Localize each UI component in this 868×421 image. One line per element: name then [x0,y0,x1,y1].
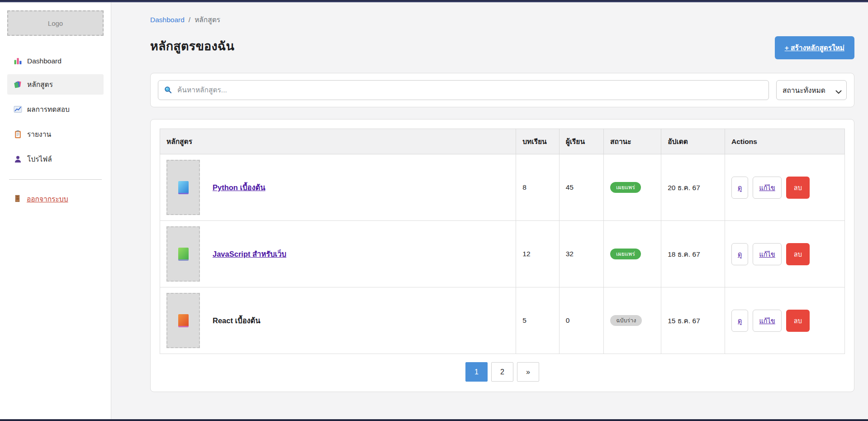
chart-up-icon [14,105,22,114]
course-cell: React เบื้องต้น [166,293,509,348]
course-cell: JavaScript สำหรับเว็บ [166,226,509,282]
blue-book-icon [178,181,189,194]
status-badge: เผยแพร่ [610,182,641,193]
actions-cell: ดู แก้ไข ลบ [731,177,838,199]
logo-text: Logo [48,19,63,27]
view-button[interactable]: ดู [731,243,748,265]
books-icon [14,80,22,89]
actions-cell: ดู แก้ไข ลบ [731,243,838,265]
clipboard-icon [14,130,22,139]
edit-button[interactable]: แก้ไข [753,177,781,199]
delete-button[interactable]: ลบ [786,243,810,265]
sidebar-item-label: โปรไฟล์ [27,153,52,165]
course-thumbnail-placeholder [166,293,200,348]
view-button[interactable]: ดู [731,310,748,332]
orange-book-icon [178,314,189,327]
learners-count: 0 [559,287,603,354]
logout-label: ออกจากระบบ [27,193,68,205]
updated-date: 20 ธ.ค. 67 [661,154,725,221]
status-filter-wrap: สถานะทั้งหมด [776,80,847,100]
table-row: Python เบื้องต้น 8 45 เผยแพร่ 20 ธ.ค. 67… [160,154,845,221]
column-header-learners: ผู้เรียน [559,129,603,154]
sidebar-item-label: รายงาน [27,129,51,140]
green-book-icon [178,248,189,261]
breadcrumb-dashboard-link[interactable]: Dashboard [150,16,185,24]
create-course-button[interactable]: + สร้างหลักสูตรใหม่ [775,36,854,59]
window-bottom-strip [0,419,868,421]
updated-date: 15 ธ.ค. 67 [661,287,725,354]
column-header-course: หลักสูตร [160,129,516,154]
sidebar-nav: Dashboard หลักสูตร ผลการทดสอบ รายงาน [7,52,104,169]
sidebar-item-label: Dashboard [27,57,62,65]
edit-button[interactable]: แก้ไข [753,310,781,332]
column-header-updated: อัปเดต [661,129,725,154]
column-header-lessons: บทเรียน [516,129,559,154]
table-row: JavaScript สำหรับเว็บ 12 32 เผยแพร่ 18 ธ… [160,221,845,287]
course-title-link[interactable]: JavaScript สำหรับเว็บ [213,248,286,260]
main-content: Dashboard / หลักสูตร หลักสูตรของฉัน + สร… [111,2,868,419]
courses-table-card: หลักสูตร บทเรียน ผู้เรียน สถานะ อัปเดต A… [150,119,854,392]
door-icon [14,195,22,203]
sidebar-item-dashboard[interactable]: Dashboard [7,52,104,70]
course-thumbnail-placeholder [166,160,200,215]
sidebar: Logo Dashboard หลักสูตร ผลการทดสอบ [0,2,111,419]
lessons-count: 8 [516,154,559,221]
pagination-page-1[interactable]: 1 [465,362,488,382]
status-badge: เผยแพร่ [610,249,641,260]
course-thumbnail-placeholder [166,226,200,282]
learners-count: 45 [559,154,603,221]
pagination: 1 2 » [160,362,845,383]
breadcrumb: Dashboard / หลักสูตร [150,14,854,25]
table-header-row: หลักสูตร บทเรียน ผู้เรียน สถานะ อัปเดต A… [160,129,845,154]
edit-button[interactable]: แก้ไข [753,243,781,265]
lessons-count: 5 [516,287,559,354]
table-row: React เบื้องต้น 5 0 ฉบับร่าง 15 ธ.ค. 67 … [160,287,845,354]
sidebar-item-label: ผลการทดสอบ [27,104,70,115]
delete-button[interactable]: ลบ [786,177,810,199]
search-filter-card: สถานะทั้งหมด [150,73,854,107]
delete-button[interactable]: ลบ [786,310,810,332]
column-header-actions: Actions [725,129,845,154]
status-filter-select[interactable]: สถานะทั้งหมด [776,80,847,100]
breadcrumb-current: หลักสูตร [194,14,220,25]
lessons-count: 12 [516,221,559,287]
page-title: หลักสูตรของฉัน [150,36,234,56]
bar-chart-icon [14,57,22,65]
pagination-page-2[interactable]: 2 [491,362,513,382]
learners-count: 32 [559,221,603,287]
view-button[interactable]: ดู [731,177,748,199]
sidebar-item-profile[interactable]: โปรไฟล์ [7,149,104,169]
sidebar-item-test-results[interactable]: ผลการทดสอบ [7,99,104,120]
sidebar-item-courses[interactable]: หลักสูตร [7,74,104,95]
course-title-link[interactable]: Python เบื้องต้น [213,182,266,193]
status-badge: ฉบับร่าง [610,315,642,326]
logout-link[interactable]: ออกจากระบบ [7,191,104,206]
sidebar-divider [9,179,102,180]
course-title: React เบื้องต้น [213,315,261,326]
logo-placeholder: Logo [7,10,104,36]
search-input[interactable] [158,80,769,100]
actions-cell: ดู แก้ไข ลบ [731,310,838,332]
pagination-next-button[interactable]: » [517,362,539,382]
sidebar-item-reports[interactable]: รายงาน [7,124,104,144]
breadcrumb-separator: / [189,16,190,24]
column-header-status: สถานะ [604,129,661,154]
updated-date: 18 ธ.ค. 67 [661,221,725,287]
course-cell: Python เบื้องต้น [166,160,509,215]
person-icon [14,155,22,163]
sidebar-item-label: หลักสูตร [27,79,53,90]
search-icon [164,86,172,94]
page-header: หลักสูตรของฉัน + สร้างหลักสูตรใหม่ [150,36,854,59]
courses-table: หลักสูตร บทเรียน ผู้เรียน สถานะ อัปเดต A… [160,129,845,354]
search-input-wrap [158,80,769,100]
